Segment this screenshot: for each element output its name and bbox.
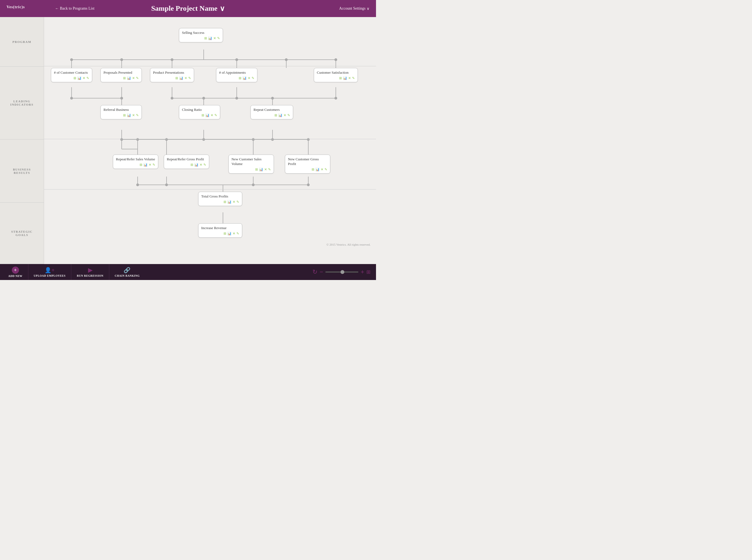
bar-chart-icon-11[interactable]: 📊: [194, 163, 198, 167]
edit-icon-9[interactable]: ✎: [287, 113, 290, 117]
bar-chart-icon-9[interactable]: 📊: [278, 113, 283, 117]
separator-2: [44, 139, 376, 139]
account-settings-menu[interactable]: Account Settings ∨: [339, 6, 369, 11]
table-icon-6[interactable]: ⊞: [339, 76, 342, 80]
edit-icon-6[interactable]: ✎: [352, 76, 355, 80]
repeat-customers-node[interactable]: Repeat Customers ⊞ 📊 ✕ ✎: [250, 105, 293, 119]
svg-point-19: [120, 97, 123, 100]
fit-screen-icon[interactable]: ⊞: [366, 269, 370, 275]
new-customer-sales-node[interactable]: New Customer Sales Volume ⊞ 📊 ✕ ✎: [229, 155, 274, 174]
proposals-presented-title: Proposals Presented: [103, 71, 139, 75]
referral-business-node[interactable]: Referral Business ⊞ 📊 ✕ ✎: [100, 105, 142, 119]
zoom-out-button[interactable]: −: [320, 268, 323, 276]
table-icon[interactable]: ⊞: [204, 36, 207, 40]
link-icon-3[interactable]: ✕: [132, 76, 135, 80]
link-icon[interactable]: ✕: [213, 36, 216, 40]
bar-chart-icon[interactable]: 📊: [208, 36, 212, 40]
edit-icon-12[interactable]: ✎: [268, 167, 271, 172]
link-icon-10[interactable]: ✕: [149, 163, 151, 167]
bar-chart-icon-14[interactable]: 📊: [227, 200, 231, 204]
add-new-button[interactable]: + ADD NEW: [5, 264, 28, 280]
edit-icon-7[interactable]: ✎: [136, 113, 139, 117]
link-icon-15[interactable]: ✕: [233, 232, 235, 236]
edit-icon-8[interactable]: ✎: [214, 113, 217, 117]
bar-chart-icon-2[interactable]: 📊: [77, 76, 81, 80]
edit-icon-15[interactable]: ✎: [236, 232, 239, 236]
svg-point-9: [120, 58, 123, 61]
table-icon-8[interactable]: ⊞: [201, 113, 204, 117]
edit-icon-2[interactable]: ✎: [86, 76, 89, 80]
link-icon-5[interactable]: ✕: [248, 76, 250, 80]
bar-chart-icon-10[interactable]: 📊: [143, 163, 148, 167]
customer-contacts-node[interactable]: # of Customer Contacts ⊞ 📊 ✕ ✎: [51, 68, 92, 82]
edit-icon-3[interactable]: ✎: [136, 76, 139, 80]
increase-revenue-icons: ⊞ 📊 ✕ ✎: [201, 232, 239, 236]
bar-chart-icon-12[interactable]: 📊: [259, 167, 263, 172]
link-icon-6[interactable]: ✕: [348, 76, 351, 80]
closing-ratio-node[interactable]: Closing Ratio ⊞ 📊 ✕ ✎: [179, 105, 220, 119]
repeat-refer-sales-node[interactable]: Repeat/Refer Sales Volume ⊞ 📊 ✕ ✎: [113, 155, 158, 169]
table-icon-9[interactable]: ⊞: [274, 113, 277, 117]
proposals-presented-node[interactable]: Proposals Presented ⊞ 📊 ✕ ✎: [100, 68, 142, 82]
table-icon-13[interactable]: ⊞: [312, 167, 314, 172]
link-icon-9[interactable]: ✕: [284, 113, 286, 117]
svg-point-51: [271, 138, 274, 141]
referral-business-icons: ⊞ 📊 ✕ ✎: [103, 113, 139, 117]
zoom-in-button[interactable]: +: [361, 268, 364, 276]
link-icon-8[interactable]: ✕: [211, 113, 213, 117]
bar-chart-icon-15[interactable]: 📊: [227, 232, 231, 236]
project-title[interactable]: Sample Project Name ∨: [151, 4, 225, 13]
upload-employees-button[interactable]: 👤+ UPLOAD EMPLOYEES: [28, 264, 72, 280]
increase-revenue-node[interactable]: Increase Revenue ⊞ 📊 ✕ ✎: [198, 223, 242, 238]
table-icon-12[interactable]: ⊞: [255, 167, 258, 172]
table-icon-11[interactable]: ⊞: [191, 163, 193, 167]
rotate-icon[interactable]: ↻: [312, 268, 317, 276]
chain-ranking-button[interactable]: 🔗 CHAIN RANKING: [109, 264, 145, 280]
table-icon-10[interactable]: ⊞: [139, 163, 142, 167]
total-gross-profits-node[interactable]: Total Gross Profits ⊞ 📊 ✕ ✎: [198, 192, 242, 206]
repeat-customers-title: Repeat Customers: [253, 107, 290, 112]
link-icon-4[interactable]: ✕: [185, 76, 187, 80]
table-icon-5[interactable]: ⊞: [239, 76, 242, 80]
edit-icon-10[interactable]: ✎: [153, 163, 155, 167]
link-icon-11[interactable]: ✕: [199, 163, 202, 167]
table-icon-2[interactable]: ⊞: [74, 76, 76, 80]
zoom-slider-thumb[interactable]: [341, 270, 344, 274]
edit-icon-4[interactable]: ✎: [188, 76, 191, 80]
bar-chart-icon-5[interactable]: 📊: [243, 76, 247, 80]
bar-chart-icon-7[interactable]: 📊: [127, 113, 131, 117]
link-icon-12[interactable]: ✕: [264, 167, 267, 172]
customer-satisfaction-node[interactable]: Customer Satisfaction ⊞ 📊 ✕ ✎: [314, 68, 358, 82]
bar-chart-icon-13[interactable]: 📊: [315, 167, 320, 172]
link-icon-13[interactable]: ✕: [321, 167, 324, 172]
new-customer-profit-node[interactable]: New Customer Gross Profit ⊞ 📊 ✕ ✎: [285, 155, 330, 174]
repeat-refer-profit-node[interactable]: Repeat/Refer Gross Profit ⊞ 📊 ✕ ✎: [164, 155, 209, 169]
appointments-node[interactable]: # of Appointments ⊞ 📊 ✕ ✎: [216, 68, 257, 82]
edit-icon-13[interactable]: ✎: [325, 167, 327, 172]
new-customer-sales-title: New Customer Sales Volume: [231, 157, 271, 166]
link-icon-2[interactable]: ✕: [82, 76, 85, 80]
edit-icon-11[interactable]: ✎: [204, 163, 206, 167]
separator-1: [44, 66, 376, 66]
selling-success-node[interactable]: Selling Success ⊞ 📊 ✕ ✎: [179, 28, 223, 42]
product-presentations-node[interactable]: Product Presentations ⊞ 📊 ✕ ✎: [150, 68, 194, 82]
table-icon-14[interactable]: ⊞: [224, 200, 226, 204]
zoom-controls: ↻ − + ⊞: [312, 268, 370, 276]
program-label: PROGRAM: [0, 17, 44, 66]
table-icon-7[interactable]: ⊞: [123, 113, 126, 117]
bar-chart-icon-8[interactable]: 📊: [205, 113, 210, 117]
run-regression-button[interactable]: ▶ RUN REGRESSION: [71, 264, 109, 280]
link-icon-7[interactable]: ✕: [132, 113, 135, 117]
header: Ves(tric)s ← Back to Programs List Sampl…: [0, 0, 376, 17]
bar-chart-icon-3[interactable]: 📊: [127, 76, 131, 80]
back-to-programs-link[interactable]: ← Back to Programs List: [55, 6, 94, 11]
edit-icon-5[interactable]: ✎: [252, 76, 254, 80]
edit-icon[interactable]: ✎: [217, 36, 220, 40]
table-icon-15[interactable]: ⊞: [224, 232, 226, 236]
bar-chart-icon-6[interactable]: 📊: [343, 76, 347, 80]
bar-chart-icon-4[interactable]: 📊: [179, 76, 183, 80]
edit-icon-14[interactable]: ✎: [236, 200, 239, 204]
table-icon-3[interactable]: ⊞: [123, 76, 126, 80]
link-icon-14[interactable]: ✕: [233, 200, 235, 204]
table-icon-4[interactable]: ⊞: [175, 76, 178, 80]
